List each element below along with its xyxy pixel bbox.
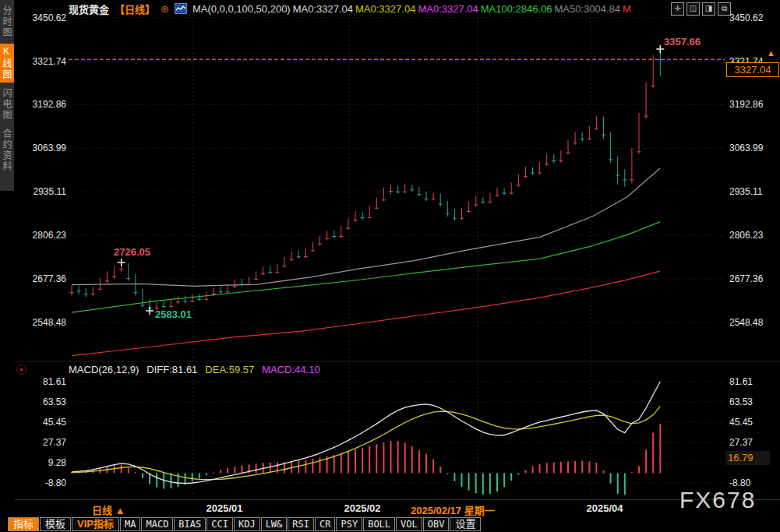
sidebar-tab-合约资料[interactable]: 合约资料 — [0, 126, 14, 174]
last-price-box: 3327.04 — [726, 62, 779, 77]
watermark-logo: FX678 — [679, 487, 756, 513]
candlesticks — [70, 49, 662, 311]
macd-axis-label: 9.28 — [26, 457, 66, 468]
price-axis-label: 3321.74 — [26, 56, 66, 67]
sidebar-tab-分时图[interactable]: 分时图 — [0, 3, 14, 41]
indicator-marker-icon[interactable] — [16, 365, 26, 375]
indicator-tab-设置[interactable]: 设置 — [450, 517, 481, 531]
macd-histogram — [72, 424, 660, 495]
split-vertical-icon[interactable]: ◨ — [702, 2, 715, 16]
macd-axis-label: -8.80 — [26, 477, 66, 488]
diff-value-label: DIFF:81.61 — [146, 364, 197, 375]
macd-axis-label: 27.37 — [729, 437, 753, 448]
date-axis-label: 2025/04 — [587, 502, 623, 514]
period-tag: 【日线】 — [115, 2, 155, 16]
price-gridlines — [69, 18, 725, 322]
ma-legend-item: MA50:3004.84 — [555, 3, 621, 15]
line-chart-icon[interactable] — [175, 3, 187, 14]
price-axis-label: 3192.86 — [26, 99, 66, 110]
indicator-tab-RSI[interactable]: RSI — [288, 517, 314, 531]
swing-high-cross — [118, 259, 125, 266]
macd-header: MACD(26,12,9) DIFF:81.61 DEA:59.57 MACD:… — [69, 364, 320, 375]
macd-axis-label: 63.53 — [26, 396, 66, 407]
macd-value-label: MACD:44.10 — [262, 364, 319, 375]
macd-params-label: MACD(26,12,9) — [69, 364, 139, 375]
symbol-title: 现货黄金 — [69, 2, 109, 16]
date-axis-row: 日线 ▲ 2025/012025/02032025/04 2025/02/17 … — [14, 499, 780, 517]
indicator-tab-LW&[interactable]: LW& — [261, 517, 288, 531]
low-annotation: 2583.01 — [155, 308, 192, 320]
indicator-tab-CCI[interactable]: CCI — [206, 517, 233, 531]
high-cross — [656, 45, 664, 53]
window-tool-icons: ✛◫◨⧉ — [671, 2, 731, 16]
indicator-tab-OBV[interactable]: OBV — [423, 517, 450, 531]
price-axis-label: 2548.48 — [26, 317, 66, 328]
price-axis-label: 2677.36 — [729, 273, 763, 284]
indicator-tab-VIP指标[interactable]: VIP指标 — [72, 517, 119, 531]
indicator-tab-CR[interactable]: CR — [315, 517, 335, 531]
sidebar-tab-K线图[interactable]: K线图 — [0, 44, 14, 83]
date-axis-label: 2025/02 — [344, 502, 381, 514]
macd-gridlines — [69, 382, 725, 483]
ma-legend: MA(0,0,0,100,50,200)MA0:3327.04MA0:3327.… — [192, 3, 634, 15]
indicator-tab-VOL[interactable]: VOL — [396, 517, 422, 531]
price-axis-label: 2935.11 — [729, 186, 763, 197]
ma-legend-item: MA0:3327.04 — [293, 3, 353, 15]
ma50-line — [72, 168, 660, 286]
price-axis-label: 2548.48 — [729, 317, 763, 328]
indicator-tab-KDJ[interactable]: KDJ — [234, 517, 260, 531]
indicator-tab-指标[interactable]: 指标 — [8, 517, 39, 531]
ma-legend-item: MA0:3327.04 — [355, 3, 415, 15]
price-axis-label: 3063.99 — [729, 143, 763, 153]
macd-axis-label: 81.61 — [26, 376, 66, 387]
add-compare-icon[interactable]: ⊕ — [161, 3, 169, 15]
split-horizontal-icon[interactable]: ◫ — [686, 2, 700, 16]
low-cross — [146, 307, 154, 315]
period-selector[interactable]: 日线 ▲ — [92, 502, 125, 517]
dea-line — [72, 407, 660, 480]
ma-legend-item: MA0:3327.04 — [418, 3, 478, 15]
ma-legend-item: M — [623, 3, 631, 15]
price-axis-label: 3063.99 — [26, 143, 66, 153]
pan-icon[interactable]: ✛ — [671, 2, 684, 16]
indicator-tab-BIAS[interactable]: BIAS — [174, 517, 206, 531]
ma100-line — [72, 222, 660, 312]
date-axis-label: 2025/01 — [206, 502, 243, 514]
chart-application-window: 现货黄金 【日线】 ⊕ MA(0,0,0,100,50,200)MA0:3327… — [0, 0, 780, 532]
indicator-tab-MACD[interactable]: MACD — [141, 517, 173, 531]
macd-current-value-box: 16.79 — [725, 451, 770, 465]
indicator-tab-BOLL[interactable]: BOLL — [363, 517, 395, 531]
price-axis-label: 2806.23 — [26, 230, 66, 241]
top-legend-bar: 现货黄金 【日线】 ⊕ MA(0,0,0,100,50,200)MA0:3327… — [17, 0, 671, 17]
price-axis-label: 2935.11 — [26, 186, 66, 197]
swing-high-annotation: 2726.05 — [114, 246, 150, 258]
macd-axis-label: 63.53 — [729, 396, 753, 407]
ma-legend-item: MA100:2846.06 — [481, 3, 552, 15]
macd-axis-label: 45.45 — [26, 417, 66, 428]
price-axis-label: 3450.62 — [26, 12, 66, 23]
price-axis-label: 3192.86 — [729, 99, 763, 110]
price-axis-label: 3450.62 — [729, 12, 763, 23]
diff-line — [72, 382, 660, 484]
indicator-toolbar: 指标模板VIP指标MAMACDBIASCCIKDJLW&RSICRPSYBOLL… — [0, 516, 780, 532]
macd-axis-label: 45.45 — [729, 417, 753, 428]
indicator-tab-模板[interactable]: 模板 — [40, 517, 71, 531]
price-axis-label: 2677.36 — [26, 273, 66, 284]
dea-value-label: DEA:59.57 — [205, 364, 254, 375]
chart-type-sidebar: 分时图K线图闪电图合约资料 — [0, 0, 14, 191]
high-annotation: 3357.66 — [664, 36, 701, 48]
chart-canvas[interactable] — [0, 0, 780, 532]
indicator-tab-PSY[interactable]: PSY — [336, 517, 362, 531]
ma-legend-item: MA(0,0,0,100,50,200) — [192, 3, 291, 15]
macd-axis-label: 81.61 — [729, 376, 753, 387]
sidebar-tab-闪电图[interactable]: 闪电图 — [0, 86, 14, 123]
price-alert-icon[interactable]: ▲ — [767, 48, 775, 58]
price-axis-label: 2806.23 — [729, 230, 763, 241]
arrow-up-icon: ▲ — [115, 505, 125, 516]
indicator-tab-MA[interactable]: MA — [120, 517, 140, 531]
macd-axis-label: 27.37 — [26, 437, 66, 448]
